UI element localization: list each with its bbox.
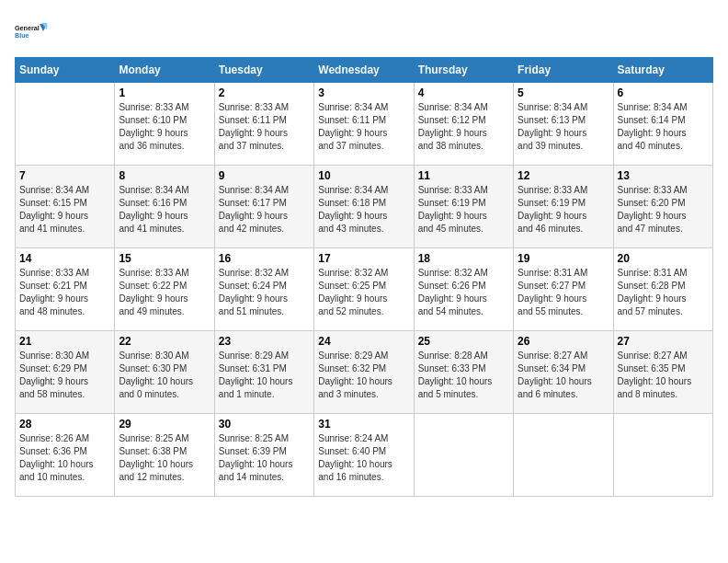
day-number: 13 <box>618 169 709 182</box>
calendar-table: SundayMondayTuesdayWednesdayThursdayFrid… <box>15 57 713 497</box>
day-number: 16 <box>219 252 310 265</box>
day-cell <box>514 414 613 497</box>
day-info: Sunrise: 8:34 AMSunset: 6:11 PMDaylight:… <box>318 101 409 153</box>
day-number: 18 <box>418 252 509 265</box>
day-info: Sunrise: 8:34 AMSunset: 6:16 PMDaylight:… <box>119 184 210 236</box>
day-number: 5 <box>518 86 609 99</box>
svg-text:Blue: Blue <box>15 31 29 40</box>
day-number: 7 <box>19 169 110 182</box>
day-cell: 16Sunrise: 8:32 AMSunset: 6:24 PMDayligh… <box>214 248 313 331</box>
day-cell: 5Sunrise: 8:34 AMSunset: 6:13 PMDaylight… <box>514 83 613 166</box>
day-info: Sunrise: 8:27 AMSunset: 6:34 PMDaylight:… <box>518 350 609 401</box>
day-number: 17 <box>318 252 409 265</box>
day-info: Sunrise: 8:30 AMSunset: 6:29 PMDaylight:… <box>19 350 110 401</box>
day-info: Sunrise: 8:32 AMSunset: 6:26 PMDaylight:… <box>418 267 509 318</box>
day-number: 8 <box>119 169 210 182</box>
day-info: Sunrise: 8:34 AMSunset: 6:18 PMDaylight:… <box>318 184 409 236</box>
day-cell: 11Sunrise: 8:33 AMSunset: 6:19 PMDayligh… <box>414 166 513 248</box>
day-info: Sunrise: 8:33 AMSunset: 6:10 PMDaylight:… <box>119 101 210 153</box>
day-info: Sunrise: 8:33 AMSunset: 6:21 PMDaylight:… <box>19 267 110 318</box>
day-cell: 17Sunrise: 8:32 AMSunset: 6:25 PMDayligh… <box>314 248 414 331</box>
day-number: 2 <box>219 86 310 99</box>
day-info: Sunrise: 8:31 AMSunset: 6:28 PMDaylight:… <box>618 267 709 318</box>
day-cell: 9Sunrise: 8:34 AMSunset: 6:17 PMDaylight… <box>214 166 313 248</box>
day-cell: 3Sunrise: 8:34 AMSunset: 6:11 PMDaylight… <box>314 83 414 166</box>
day-cell: 18Sunrise: 8:32 AMSunset: 6:26 PMDayligh… <box>414 248 513 331</box>
header-monday: Monday <box>115 58 214 83</box>
day-info: Sunrise: 8:28 AMSunset: 6:33 PMDaylight:… <box>418 350 509 401</box>
logo-icon: GeneralBlue <box>15 15 48 48</box>
week-row-4: 21Sunrise: 8:30 AMSunset: 6:29 PMDayligh… <box>16 331 713 414</box>
day-cell: 27Sunrise: 8:27 AMSunset: 6:35 PMDayligh… <box>613 331 712 414</box>
day-cell: 21Sunrise: 8:30 AMSunset: 6:29 PMDayligh… <box>16 331 115 414</box>
day-info: Sunrise: 8:34 AMSunset: 6:13 PMDaylight:… <box>518 101 609 153</box>
day-cell: 20Sunrise: 8:31 AMSunset: 6:28 PMDayligh… <box>613 248 712 331</box>
day-cell: 8Sunrise: 8:34 AMSunset: 6:16 PMDaylight… <box>115 166 214 248</box>
day-cell <box>414 414 513 497</box>
week-row-1: 1Sunrise: 8:33 AMSunset: 6:10 PMDaylight… <box>16 83 713 166</box>
day-info: Sunrise: 8:34 AMSunset: 6:14 PMDaylight:… <box>618 101 709 153</box>
day-number: 20 <box>618 252 709 265</box>
day-info: Sunrise: 8:34 AMSunset: 6:12 PMDaylight:… <box>418 101 509 153</box>
day-cell: 4Sunrise: 8:34 AMSunset: 6:12 PMDaylight… <box>414 83 513 166</box>
day-cell <box>613 414 712 497</box>
day-info: Sunrise: 8:25 AMSunset: 6:39 PMDaylight:… <box>219 432 310 484</box>
calendar-header-row: SundayMondayTuesdayWednesdayThursdayFrid… <box>16 58 713 83</box>
header-sunday: Sunday <box>16 58 115 83</box>
page-header: GeneralBlue <box>15 15 713 48</box>
day-info: Sunrise: 8:29 AMSunset: 6:32 PMDaylight:… <box>318 350 409 401</box>
day-info: Sunrise: 8:34 AMSunset: 6:15 PMDaylight:… <box>19 184 110 236</box>
day-info: Sunrise: 8:33 AMSunset: 6:19 PMDaylight:… <box>418 184 509 236</box>
day-cell: 15Sunrise: 8:33 AMSunset: 6:22 PMDayligh… <box>115 248 214 331</box>
day-number: 27 <box>618 335 709 348</box>
day-number: 6 <box>618 86 709 99</box>
day-number: 11 <box>418 169 509 182</box>
header-tuesday: Tuesday <box>214 58 313 83</box>
day-cell: 6Sunrise: 8:34 AMSunset: 6:14 PMDaylight… <box>613 83 712 166</box>
day-info: Sunrise: 8:27 AMSunset: 6:35 PMDaylight:… <box>618 350 709 401</box>
day-number: 15 <box>119 252 210 265</box>
header-thursday: Thursday <box>414 58 513 83</box>
day-cell: 14Sunrise: 8:33 AMSunset: 6:21 PMDayligh… <box>16 248 115 331</box>
day-number: 10 <box>318 169 409 182</box>
day-cell: 31Sunrise: 8:24 AMSunset: 6:40 PMDayligh… <box>314 414 414 497</box>
day-info: Sunrise: 8:33 AMSunset: 6:19 PMDaylight:… <box>518 184 609 236</box>
day-number: 9 <box>219 169 310 182</box>
day-cell: 1Sunrise: 8:33 AMSunset: 6:10 PMDaylight… <box>115 83 214 166</box>
day-number: 1 <box>119 86 210 99</box>
day-number: 4 <box>418 86 509 99</box>
day-number: 30 <box>219 418 310 431</box>
day-number: 21 <box>19 335 110 348</box>
day-number: 3 <box>318 86 409 99</box>
day-cell: 2Sunrise: 8:33 AMSunset: 6:11 PMDaylight… <box>214 83 313 166</box>
day-info: Sunrise: 8:33 AMSunset: 6:11 PMDaylight:… <box>219 101 310 153</box>
day-number: 31 <box>318 418 409 431</box>
day-cell: 28Sunrise: 8:26 AMSunset: 6:36 PMDayligh… <box>16 414 115 497</box>
day-cell: 22Sunrise: 8:30 AMSunset: 6:30 PMDayligh… <box>115 331 214 414</box>
day-cell: 29Sunrise: 8:25 AMSunset: 6:38 PMDayligh… <box>115 414 214 497</box>
day-cell: 12Sunrise: 8:33 AMSunset: 6:19 PMDayligh… <box>514 166 613 248</box>
week-row-5: 28Sunrise: 8:26 AMSunset: 6:36 PMDayligh… <box>16 414 713 497</box>
day-number: 29 <box>119 418 210 431</box>
day-number: 14 <box>19 252 110 265</box>
day-number: 26 <box>518 335 609 348</box>
day-cell: 24Sunrise: 8:29 AMSunset: 6:32 PMDayligh… <box>314 331 414 414</box>
day-cell: 7Sunrise: 8:34 AMSunset: 6:15 PMDaylight… <box>16 166 115 248</box>
header-saturday: Saturday <box>613 58 712 83</box>
logo: GeneralBlue <box>15 15 48 48</box>
day-info: Sunrise: 8:33 AMSunset: 6:22 PMDaylight:… <box>119 267 210 318</box>
svg-text:General: General <box>15 24 40 32</box>
day-number: 23 <box>219 335 310 348</box>
day-info: Sunrise: 8:33 AMSunset: 6:20 PMDaylight:… <box>618 184 709 236</box>
day-info: Sunrise: 8:26 AMSunset: 6:36 PMDaylight:… <box>19 432 110 484</box>
day-info: Sunrise: 8:32 AMSunset: 6:24 PMDaylight:… <box>219 267 310 318</box>
day-number: 28 <box>19 418 110 431</box>
day-cell: 23Sunrise: 8:29 AMSunset: 6:31 PMDayligh… <box>214 331 313 414</box>
day-info: Sunrise: 8:29 AMSunset: 6:31 PMDaylight:… <box>219 350 310 401</box>
header-friday: Friday <box>514 58 613 83</box>
day-cell: 26Sunrise: 8:27 AMSunset: 6:34 PMDayligh… <box>514 331 613 414</box>
header-wednesday: Wednesday <box>314 58 414 83</box>
week-row-2: 7Sunrise: 8:34 AMSunset: 6:15 PMDaylight… <box>16 166 713 248</box>
day-info: Sunrise: 8:25 AMSunset: 6:38 PMDaylight:… <box>119 432 210 484</box>
day-cell: 19Sunrise: 8:31 AMSunset: 6:27 PMDayligh… <box>514 248 613 331</box>
